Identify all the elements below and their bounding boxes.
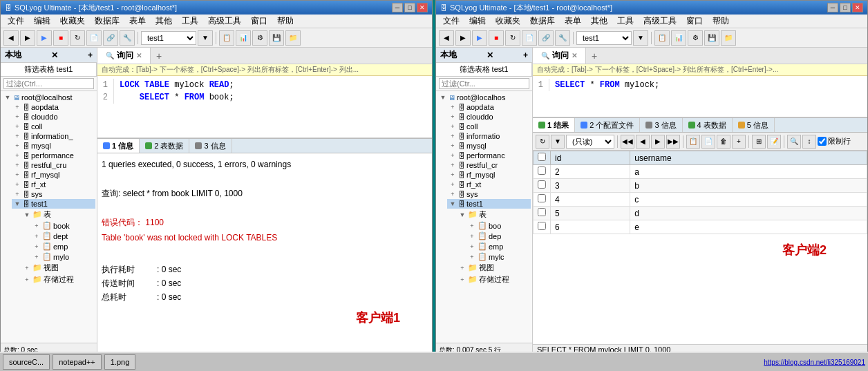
tree-mysql-1[interactable]: +🗄mysql — [12, 141, 95, 151]
tb-icon3[interactable]: ▼ — [198, 30, 213, 46]
result-tab-data-1[interactable]: 2 表数据 — [140, 139, 189, 153]
filter-input-1[interactable] — [3, 78, 94, 89]
tb-run-1[interactable]: ▶ — [37, 30, 52, 46]
tb-forward-1[interactable]: ▶ — [20, 30, 35, 46]
tree-tables-folder-1[interactable]: ▼📁表 — [21, 209, 95, 220]
restore-btn-1[interactable]: □ — [404, 3, 415, 12]
row-3-check-2[interactable] — [534, 193, 551, 207]
taskbar-url[interactable]: https://blog.csdn.net/li325169021 — [764, 359, 865, 366]
db-selector-1[interactable]: test1 — [141, 31, 196, 45]
menu-help-2[interactable]: 帮助 — [708, 15, 733, 28]
grid-btn-grid-2[interactable]: ⊞ — [752, 135, 766, 149]
menu-other-2[interactable]: 其他 — [587, 15, 612, 28]
menu-adv-2[interactable]: 高级工具 — [639, 15, 681, 28]
tb-icon4[interactable]: 📋 — [219, 30, 234, 46]
tree-rfmysql-1[interactable]: +🗄rf_mysql — [12, 170, 95, 180]
tree-rfmysql-2[interactable]: +🗄rf_mysql — [447, 170, 531, 180]
sidebar-tab-filter-2[interactable]: 筛选表格 test1 — [436, 63, 532, 76]
tab-close-2[interactable]: ✕ — [572, 52, 577, 59]
tb-icon7[interactable]: 💾 — [269, 30, 284, 46]
tb-icon2[interactable]: 🔧 — [120, 30, 135, 46]
menu-window-1[interactable]: 窗口 — [247, 15, 272, 28]
sidebar-add-2[interactable]: + — [523, 50, 528, 60]
tb-forward-2[interactable]: ▶ — [455, 30, 471, 46]
col-select-all-2[interactable] — [534, 151, 551, 165]
grid-btn-add-2[interactable]: + — [732, 135, 746, 149]
sidebar-close-1[interactable]: ✕ — [51, 50, 58, 60]
editor-lines-1[interactable]: LOCK TABLE mylock READ; SELECT * FROM bo… — [114, 79, 429, 104]
tree-mysql-2[interactable]: +🗄mysql — [447, 141, 531, 151]
grid-readonly-select-2[interactable]: (只读) — [566, 135, 614, 149]
tb-back-2[interactable]: ◀ — [439, 30, 454, 46]
grid-btn-3[interactable]: ▶ — [651, 135, 665, 149]
tb-refresh-2[interactable]: ↻ — [505, 30, 520, 46]
tb-icon2-4[interactable]: 📋 — [654, 30, 670, 46]
tree-clouddo-2[interactable]: +🗄clouddo — [447, 112, 531, 122]
tb-icon6[interactable]: ⚙ — [252, 30, 267, 46]
result-tab-info-2[interactable]: 3 信息 — [640, 118, 682, 132]
grid-btn-refresh-2[interactable]: ↻ — [536, 135, 549, 149]
tb-icon2-7[interactable]: 💾 — [704, 30, 719, 46]
tree-restful-2[interactable]: +🗄restful_cr — [447, 160, 531, 170]
tree-emp-2[interactable]: +📋emp — [466, 241, 531, 251]
tree-procs-1[interactable]: +📁存储过程 — [21, 274, 95, 285]
tb-icon2-5[interactable]: 📊 — [671, 30, 686, 46]
tree-dept-1[interactable]: +📋dept — [31, 231, 95, 241]
result-tab-info-1[interactable]: 1 信息 — [97, 139, 140, 153]
tb-new-2[interactable]: 📄 — [522, 30, 537, 46]
restore-btn-2[interactable]: □ — [840, 3, 851, 12]
tree-boo-2[interactable]: +📋boo — [466, 220, 531, 231]
tree-root-1[interactable]: ▼ 🖥 root@localhost — [2, 93, 95, 102]
tree-book-1[interactable]: +📋book — [31, 220, 95, 231]
tree-mylc-2[interactable]: +📋mylc — [466, 251, 531, 262]
tree-test1-2[interactable]: ▼🗄test1 — [447, 199, 531, 209]
menu-other-1[interactable]: 其他 — [151, 15, 176, 28]
tree-test1-1[interactable]: ▼🗄test1 — [12, 199, 95, 209]
menu-tools-1[interactable]: 工具 — [178, 15, 202, 28]
query-tab-1[interactable]: 🔍 询问 ✕ — [97, 48, 151, 64]
taskbar-1png[interactable]: 1.png — [104, 354, 136, 370]
limit-checkbox-2[interactable] — [818, 137, 827, 146]
menu-file-2[interactable]: 文件 — [439, 15, 464, 28]
tree-coll-1[interactable]: +🗄coll — [12, 122, 95, 131]
expand-root-1[interactable]: ▼ — [3, 94, 12, 101]
menu-file-1[interactable]: 文件 — [3, 15, 28, 28]
col-id-2[interactable]: id — [551, 151, 630, 165]
grid-btn-paste-2[interactable]: 📄 — [701, 135, 715, 149]
tree-coll-2[interactable]: +🗄coll — [447, 122, 531, 131]
tb-refresh-1[interactable]: ↻ — [70, 30, 85, 46]
grid-btn-1[interactable]: ◀◀ — [621, 135, 634, 149]
grid-btn-delete-2[interactable]: 🗑 — [717, 135, 730, 149]
tree-views-2[interactable]: +📁视图 — [457, 262, 531, 274]
row-5-check-2[interactable] — [534, 220, 551, 234]
tb-icon2-1[interactable]: 🔗 — [538, 30, 554, 46]
grid-btn-2[interactable]: ◀ — [636, 135, 650, 149]
tree-info-2[interactable]: +🗄informatio — [447, 131, 531, 141]
grid-btn-form-2[interactable]: 📝 — [767, 135, 781, 149]
sidebar-add-1[interactable]: + — [88, 50, 93, 60]
tab-add-1[interactable]: + — [151, 49, 167, 63]
tree-perf-1[interactable]: +🗄performance — [12, 151, 95, 160]
tree-aopdata-2[interactable]: +🗄aopdata — [447, 102, 531, 112]
taskbar-sourcec[interactable]: sourceC... — [3, 354, 50, 370]
tree-mylo-1[interactable]: +📋mylo — [31, 251, 95, 262]
menu-tools-2[interactable]: 工具 — [613, 15, 638, 28]
tree-sys-2[interactable]: +🗄sys — [447, 189, 531, 199]
row-1-check-2[interactable] — [534, 165, 551, 179]
menu-edit-2[interactable]: 编辑 — [465, 15, 490, 28]
result-tab-tabledata-2[interactable]: 4 表数据 — [683, 118, 733, 132]
tb-icon2-6[interactable]: ⚙ — [688, 30, 703, 46]
close-btn-2[interactable]: ✕ — [852, 3, 863, 12]
tree-rfxt-1[interactable]: +🗄rf_xt — [12, 180, 95, 189]
tree-views-1[interactable]: +📁视图 — [21, 262, 95, 274]
tb-stop-2[interactable]: ■ — [489, 30, 504, 46]
editor-1[interactable]: 1 2 LOCK TABLE mylock READ; SELECT * FRO… — [97, 76, 432, 138]
filter-input-2[interactable] — [439, 78, 529, 89]
row-2-check-2[interactable] — [534, 179, 551, 193]
tree-procs-2[interactable]: +📁存储过程 — [457, 274, 531, 285]
tab-close-1[interactable]: ✕ — [136, 52, 142, 59]
tb-new-1[interactable]: 📄 — [86, 30, 102, 46]
tb-icon1[interactable]: 🔗 — [103, 30, 118, 46]
grid-btn-filter-2[interactable]: ▼ — [551, 135, 565, 149]
tab-add-2[interactable]: + — [586, 49, 603, 63]
